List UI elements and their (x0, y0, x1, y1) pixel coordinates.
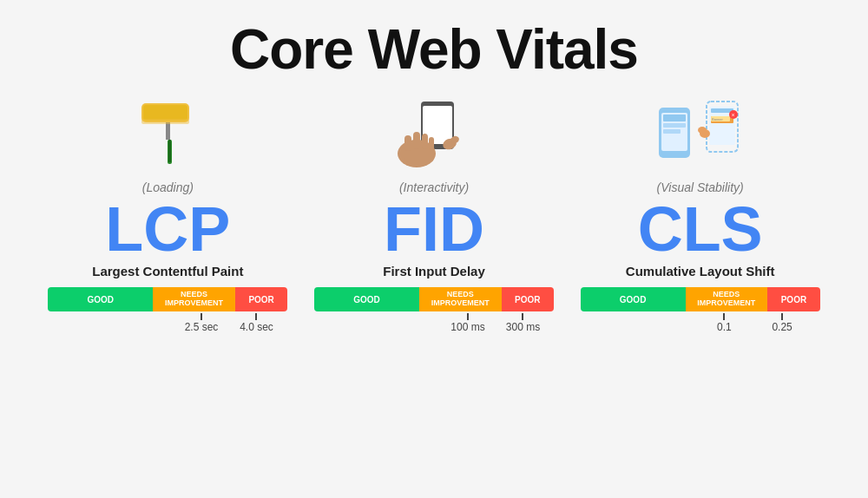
lcp-tick-2 (255, 313, 257, 320)
svg-rect-20 (663, 129, 681, 134)
lcp-icon-area (133, 90, 202, 177)
fid-label-2: 300 ms (506, 321, 540, 333)
svg-rect-4 (168, 140, 171, 162)
cls-bar-needs: NEEDSIMPROVEMENT (686, 287, 768, 311)
cls-marker-2: 0.25 (772, 313, 792, 333)
vital-card-fid: (Interactivity) FID First Input Delay GO… (314, 90, 554, 472)
cls-tick-2 (781, 313, 783, 320)
lcp-tick-1 (201, 313, 202, 320)
lcp-bar-good: GOOD (48, 287, 153, 311)
cls-bar-good: GOOD (581, 287, 686, 311)
fid-bar-container: GOOD NEEDSIMPROVEMENT POOR 100 ms 300 ms (314, 287, 554, 337)
lcp-acronym: LCP (105, 198, 230, 260)
fid-full-name: First Input Delay (383, 264, 485, 278)
page-title: Core Web Vitals (230, 17, 638, 82)
fid-marker-1: 100 ms (450, 313, 484, 333)
lcp-full-name: Largest Contentful Paint (92, 264, 243, 278)
lcp-label-1: 2.5 sec (185, 321, 219, 333)
svg-point-30 (698, 127, 707, 134)
cls-label-2: 0.25 (772, 321, 792, 333)
fid-tick-2 (522, 313, 523, 320)
svg-rect-12 (404, 135, 411, 151)
paint-roller-icon (133, 95, 202, 173)
lcp-markers: 2.5 sec 4.0 sec (48, 313, 287, 337)
cls-acronym: CLS (638, 198, 763, 260)
svg-rect-2 (166, 122, 170, 140)
cls-bar: GOOD NEEDSIMPROVEMENT POOR (581, 287, 820, 311)
cls-bar-poor: POOR (767, 287, 819, 311)
lcp-label-2: 4.0 sec (240, 321, 273, 333)
phone-touch-icon (391, 97, 477, 171)
svg-text:×: × (732, 112, 735, 118)
cls-subtitle: (Visual Stability) (657, 180, 744, 194)
cls-tick-1 (723, 313, 725, 320)
svg-rect-1 (143, 105, 187, 121)
cls-marker-1: 0.1 (717, 313, 732, 333)
fid-icon-area (391, 90, 477, 177)
svg-rect-5 (141, 119, 189, 124)
fid-tick-1 (467, 313, 469, 320)
lcp-bar-container: GOOD NEEDSIMPROVEMENT POOR 2.5 sec 4.0 s… (48, 287, 287, 337)
page-container: Core Web Vitals (Loading) (0, 0, 868, 498)
lcp-bar-needs: NEEDSIMPROVEMENT (153, 287, 235, 311)
svg-rect-18 (663, 115, 686, 121)
vital-card-lcp: (Loading) LCP Largest Contentful Paint G… (48, 90, 287, 472)
cls-markers: 0.1 0.25 (581, 313, 820, 337)
svg-rect-19 (663, 123, 686, 128)
cls-label-1: 0.1 (717, 321, 732, 333)
lcp-marker-1: 2.5 sec (185, 313, 219, 333)
fid-bar-good: GOOD (314, 287, 419, 311)
lcp-subtitle: (Loading) (142, 180, 194, 194)
fid-label-1: 100 ms (450, 321, 484, 333)
fid-bar-needs: NEEDSIMPROVEMENT (419, 287, 502, 311)
layout-shift-icon: Banner × (654, 97, 746, 171)
fid-bar-poor: POOR (502, 287, 554, 311)
fid-subtitle: (Interactivity) (399, 180, 469, 194)
lcp-bar-poor: POOR (235, 287, 287, 311)
cls-full-name: Cumulative Layout Shift (626, 264, 775, 278)
svg-text:Banner: Banner (712, 117, 724, 121)
cls-bar-container: GOOD NEEDSIMPROVEMENT POOR 0.1 0.25 (581, 287, 820, 337)
svg-rect-13 (413, 132, 420, 149)
fid-bar: GOOD NEEDSIMPROVEMENT POOR (314, 287, 554, 311)
svg-rect-14 (422, 134, 428, 149)
lcp-bar: GOOD NEEDSIMPROVEMENT POOR (48, 287, 287, 311)
fid-acronym: FID (384, 198, 484, 260)
cls-icon-area: Banner × (654, 90, 746, 177)
svg-rect-15 (429, 137, 434, 150)
vital-card-cls: Banner × (Visual Stability) CLS Cumulati… (581, 90, 820, 472)
vitals-grid: (Loading) LCP Largest Contentful Paint G… (35, 90, 833, 472)
fid-marker-2: 300 ms (506, 313, 540, 333)
lcp-marker-2: 4.0 sec (240, 313, 273, 333)
fid-markers: 100 ms 300 ms (314, 313, 554, 337)
